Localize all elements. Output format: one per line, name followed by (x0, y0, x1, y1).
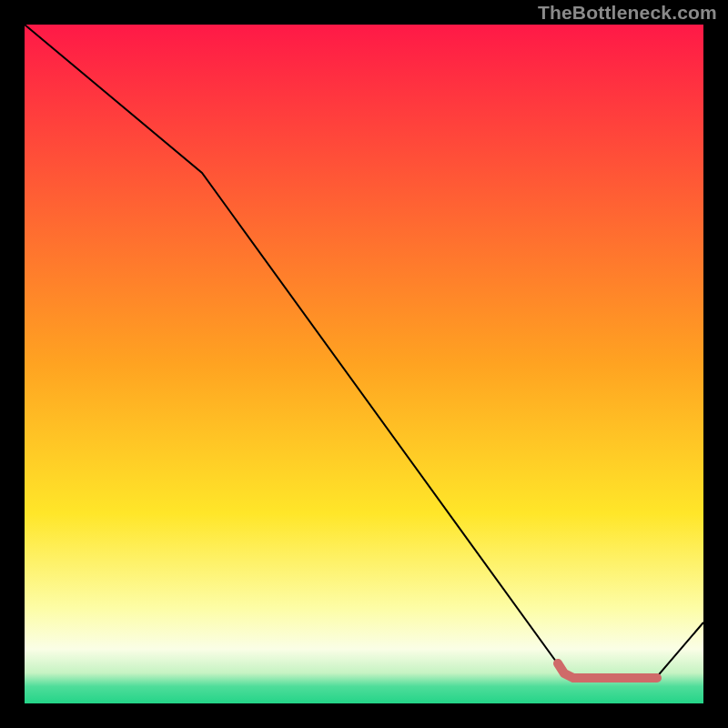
watermark-text: TheBottleneck.com (538, 2, 717, 24)
plot-background (25, 25, 703, 703)
chart-stage: TheBottleneck.com (0, 0, 728, 728)
chart-svg (0, 0, 728, 728)
